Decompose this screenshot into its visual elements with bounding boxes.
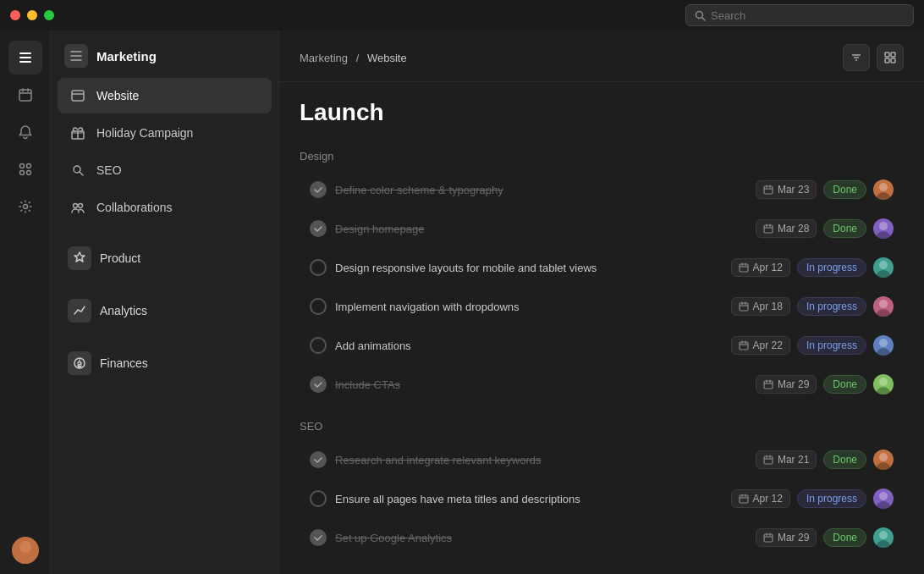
sidebar-item-label-collaborations: Collaborations: [96, 201, 173, 214]
task-row[interactable]: Ensure all pages have meta titles and de…: [300, 480, 904, 517]
svg-point-38: [879, 183, 888, 191]
search-icon: [695, 10, 706, 21]
task-avatar: [873, 257, 894, 278]
breadcrumb-separator: /: [356, 52, 360, 64]
svg-point-9: [19, 164, 24, 168]
task-meta: Mar 29Done: [756, 374, 894, 395]
task-meta: Mar 21Done: [756, 450, 894, 470]
task-checkbox[interactable]: [310, 337, 327, 354]
main-content: Marketing / Website Launch DesignDefine …: [279, 30, 924, 574]
minimize-button[interactable]: [27, 10, 37, 20]
svg-rect-31: [885, 58, 889, 63]
svg-rect-63: [764, 381, 773, 389]
svg-rect-29: [885, 52, 889, 57]
task-status-badge: In progress: [797, 297, 866, 316]
sidebar-item-seo[interactable]: SEO: [58, 152, 272, 188]
task-avatar: [873, 374, 894, 395]
task-checkbox[interactable]: [310, 259, 327, 276]
finances-icon: [68, 351, 91, 375]
task-meta: Apr 12In progress: [731, 488, 894, 509]
sidebar-group-product: Product: [51, 230, 278, 283]
search-circle-icon: [68, 160, 88, 180]
task-row[interactable]: Define color scheme & typography Mar 23D…: [300, 171, 904, 208]
svg-point-56: [879, 300, 888, 308]
search-bar[interactable]: [685, 4, 914, 26]
task-row[interactable]: Research and integrate relevant keywords…: [300, 441, 904, 478]
task-label: Design homepage: [335, 223, 747, 235]
task-row[interactable]: Design responsive layouts for mobile and…: [300, 249, 904, 286]
svg-rect-69: [764, 456, 773, 464]
task-row[interactable]: Implement navigation with dropdowns Apr …: [300, 288, 904, 325]
sidebar-group-header-product[interactable]: Product: [58, 239, 272, 278]
task-checkbox[interactable]: [310, 181, 327, 198]
close-button[interactable]: [10, 10, 20, 20]
nav-settings[interactable]: [8, 190, 42, 224]
sidebar-group-header-analytics[interactable]: Analytics: [58, 291, 272, 330]
filter-button[interactable]: [843, 44, 870, 71]
sidebar-item-holiday-campaign[interactable]: Holiday Campaign: [58, 115, 272, 151]
svg-point-68: [879, 378, 888, 386]
task-avatar: [873, 488, 894, 509]
task-checkbox[interactable]: [310, 451, 327, 468]
svg-point-13: [23, 205, 27, 209]
nav-tasks[interactable]: [8, 41, 42, 75]
nav-notifications[interactable]: [8, 115, 42, 149]
svg-point-74: [879, 453, 888, 461]
task-status-badge: In progress: [797, 258, 866, 277]
svg-rect-81: [764, 534, 773, 542]
view-toggle-button[interactable]: [877, 44, 904, 71]
task-row[interactable]: Include CTAs Mar 29Done: [300, 366, 904, 403]
search-input[interactable]: [711, 9, 905, 22]
task-avatar: [873, 179, 894, 200]
nav-integrations[interactable]: [8, 152, 42, 186]
svg-point-85: [876, 540, 891, 548]
svg-rect-75: [740, 495, 748, 503]
task-checkbox[interactable]: [310, 298, 327, 315]
svg-rect-32: [891, 58, 895, 63]
sidebar-item-label-seo: SEO: [96, 163, 122, 177]
task-status-badge: Done: [823, 528, 866, 547]
svg-point-73: [876, 462, 891, 470]
sidebar-group-header-finances[interactable]: Finances: [58, 344, 272, 383]
svg-rect-45: [740, 264, 748, 272]
task-meta: Mar 23Done: [756, 179, 894, 200]
sidebar-group-label-analytics: Analytics: [100, 304, 147, 317]
sidebar-item-collaborations[interactable]: Collaborations: [58, 190, 272, 225]
svg-line-1: [702, 17, 706, 20]
task-row[interactable]: Design homepage Mar 28Done: [300, 210, 904, 247]
svg-rect-4: [19, 61, 31, 63]
page-title-row: Launch: [279, 82, 924, 133]
task-label: Set up Google Analytics: [335, 532, 747, 544]
task-checkbox[interactable]: [310, 529, 327, 546]
task-date: Mar 29: [756, 528, 817, 547]
task-row[interactable]: Set up Google Analytics Mar 29Done: [300, 519, 904, 556]
app-body: Marketing Website Holiday Campaign SEO: [0, 30, 924, 574]
svg-point-23: [74, 204, 78, 208]
sidebar-item-website[interactable]: Website: [58, 78, 272, 113]
task-status-badge: Done: [823, 375, 866, 394]
svg-point-61: [876, 348, 891, 356]
task-checkbox[interactable]: [310, 376, 327, 393]
task-status-badge: Done: [823, 450, 866, 469]
task-checkbox[interactable]: [310, 490, 327, 507]
task-checkbox[interactable]: [310, 220, 327, 237]
nav-calendar[interactable]: [8, 78, 42, 112]
sidebar-group-analytics: Analytics: [51, 283, 278, 335]
svg-point-62: [879, 339, 888, 347]
svg-point-67: [876, 387, 891, 395]
maximize-button[interactable]: [44, 10, 54, 20]
task-date: Apr 12: [731, 258, 790, 277]
svg-rect-2: [19, 52, 31, 54]
svg-point-10: [26, 164, 30, 168]
main-header: Marketing / Website: [279, 30, 924, 82]
task-avatar: [873, 450, 894, 470]
task-row[interactable]: Add animations Apr 22In progress: [300, 327, 904, 364]
sidebar-items-section: Website Holiday Campaign SEO Collaborati…: [51, 75, 278, 230]
user-avatar[interactable]: [12, 537, 39, 564]
sidebar-header-icon: [64, 44, 88, 68]
svg-rect-30: [891, 52, 895, 57]
svg-rect-16: [72, 91, 84, 101]
sidebar-item-label-holiday: Holiday Campaign: [96, 126, 193, 140]
section-header-design: Design: [300, 150, 904, 163]
task-date: Mar 28: [756, 219, 817, 238]
